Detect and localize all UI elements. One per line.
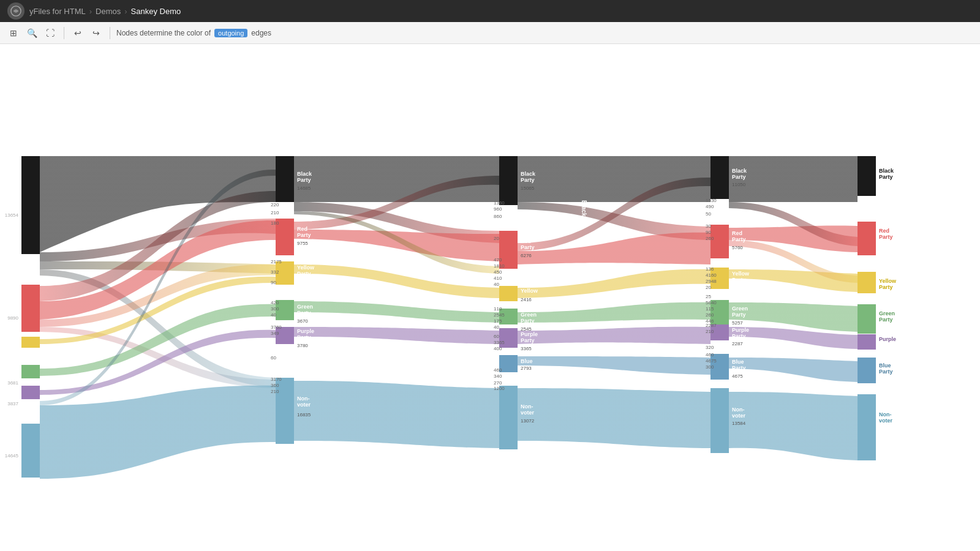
- flow-red1-red2: [294, 230, 499, 261]
- edge-val-13: 3170: [271, 377, 282, 382]
- flow-nonvoter2-nonvoter3: [518, 388, 710, 448]
- edge-val-52: 115: [706, 306, 714, 312]
- edge-val-58: 460: [706, 352, 714, 358]
- node-black3[interactable]: [710, 156, 729, 199]
- node-yellow2[interactable]: [499, 286, 518, 301]
- edge-val-23: 410: [494, 276, 502, 281]
- flow-purple2-purple3: [518, 327, 710, 344]
- label-green4: Green: [879, 310, 895, 317]
- edge-val-10: 3760: [271, 324, 282, 330]
- label-blue4: Blue: [879, 362, 891, 369]
- breadcrumb: yFiles for HTML › Demos › Sankey Demo: [29, 7, 181, 16]
- node-purple4[interactable]: [858, 334, 876, 350]
- label-purple1: Purple: [297, 328, 314, 334]
- label-red0: Red: [8, 300, 18, 306]
- node-black2[interactable]: [499, 156, 518, 205]
- label-red1: Red: [297, 226, 307, 232]
- label-blue3b: Party: [732, 365, 746, 371]
- label-red2b: Party: [521, 244, 535, 250]
- label-green3b: Party: [732, 312, 746, 318]
- flow-yellow2-yellow3: [518, 269, 710, 298]
- label-purple0b: Party: [4, 393, 18, 399]
- edge-val-8: 300: [271, 306, 279, 312]
- breadcrumb-sep-1: ›: [89, 7, 92, 16]
- label-green2: Green: [521, 312, 537, 318]
- label-black1: Black: [297, 171, 312, 177]
- node-blue4[interactable]: [858, 358, 876, 383]
- node-green0[interactable]: [21, 365, 40, 378]
- value-black2: 15065: [521, 186, 535, 191]
- node-yellow4[interactable]: [858, 272, 876, 293]
- label-green2b: Party: [521, 318, 535, 324]
- undo-tool-button[interactable]: ↩: [70, 26, 85, 40]
- edge-val-15: 210: [271, 389, 279, 394]
- label-red3: Red: [732, 230, 742, 236]
- node-nonvoter0[interactable]: [21, 424, 40, 478]
- label-red3b: Party: [732, 236, 746, 242]
- label-green1b: Party: [297, 310, 311, 316]
- fit-tool-button[interactable]: ⛶: [43, 26, 58, 40]
- label-green0: Green: [2, 366, 18, 372]
- node-purple0[interactable]: [21, 386, 40, 399]
- flow-nonvoter3-nonvoter4: [729, 392, 858, 460]
- value-blue3: 4675: [732, 373, 743, 379]
- edge-val-48: 2948: [706, 279, 717, 284]
- label-black4b: Party: [879, 174, 893, 180]
- flow-blue2-blue3: [518, 356, 710, 375]
- breadcrumb-item-1[interactable]: yFiles for HTML: [29, 7, 86, 16]
- toolbar-info: Nodes determine the color of outgoing ed…: [116, 29, 271, 37]
- node-red3[interactable]: [710, 225, 729, 258]
- flow-purple1-purple2: [294, 327, 499, 344]
- redo-tool-button[interactable]: ↪: [89, 26, 104, 40]
- label-black2: Black: [521, 171, 536, 177]
- edge-val-33: 340: [494, 373, 502, 379]
- edge-val-43: 30: [706, 223, 711, 229]
- toolbar-separator-1: [64, 27, 64, 39]
- value-black3: 11050: [732, 182, 746, 187]
- label-purple0: Purple: [1, 387, 18, 393]
- edge-val-35: 1200: [494, 386, 505, 391]
- flow-green2-green3: [518, 302, 710, 323]
- edge-val-22: 450: [494, 269, 502, 275]
- node-black4[interactable]: [858, 156, 876, 196]
- edge-val-31: 400: [494, 346, 502, 351]
- node-black0[interactable]: [21, 156, 40, 254]
- label-blue2: Blue: [521, 358, 533, 364]
- value-green1: 3670: [297, 318, 308, 324]
- value-nonvoter1: 16835: [297, 412, 311, 418]
- node-nonvoter2[interactable]: [499, 386, 518, 449]
- sankey-diagram: Black Party 13654 Red Party 9890 Yellow …: [0, 44, 980, 551]
- label-yellow0b: Party: [4, 345, 18, 351]
- edge-val-6: 90: [271, 280, 276, 285]
- edge-val-34: 270: [494, 380, 502, 386]
- label-green1: Green: [297, 304, 313, 310]
- label-nonvoter1b: voter: [297, 402, 311, 408]
- value-green3: 5257: [732, 320, 743, 326]
- label-yellow3: Yellow: [732, 271, 750, 277]
- node-red0[interactable]: [21, 285, 40, 332]
- edge-val-41: 490: [706, 204, 714, 209]
- label-nonvoter2: Non-: [521, 403, 533, 410]
- breadcrumb-item-2[interactable]: Demos: [96, 7, 121, 16]
- edge-val-44: 90: [706, 230, 711, 235]
- search-tool-button[interactable]: 🔍: [24, 26, 39, 40]
- edge-val-30: 3365: [494, 340, 505, 345]
- node-red4[interactable]: [858, 222, 876, 255]
- grid-tool-button[interactable]: ⊞: [6, 26, 21, 40]
- label-red2: Red: [521, 238, 531, 244]
- node-black1[interactable]: [276, 156, 294, 202]
- edge-val-7: 420: [271, 300, 279, 305]
- sankey-canvas: Black Party 13654 Red Party 9890 Yellow …: [0, 44, 980, 551]
- edge-val-9: 40: [271, 312, 276, 318]
- info-text-label: Nodes determine the color of: [116, 29, 211, 37]
- node-green4[interactable]: [858, 304, 876, 334]
- edge-val-16: 1360: [494, 200, 505, 206]
- node-yellow0[interactable]: [21, 337, 40, 348]
- label-nonvoter4b: voter: [879, 418, 893, 424]
- node-nonvoter3[interactable]: [710, 388, 729, 453]
- edge-val-24: 40: [494, 282, 499, 287]
- value-purple3: 2287: [732, 341, 743, 347]
- node-blue2[interactable]: [499, 355, 518, 372]
- node-nonvoter4[interactable]: [858, 394, 876, 460]
- edge-val-47: 4160: [706, 272, 717, 278]
